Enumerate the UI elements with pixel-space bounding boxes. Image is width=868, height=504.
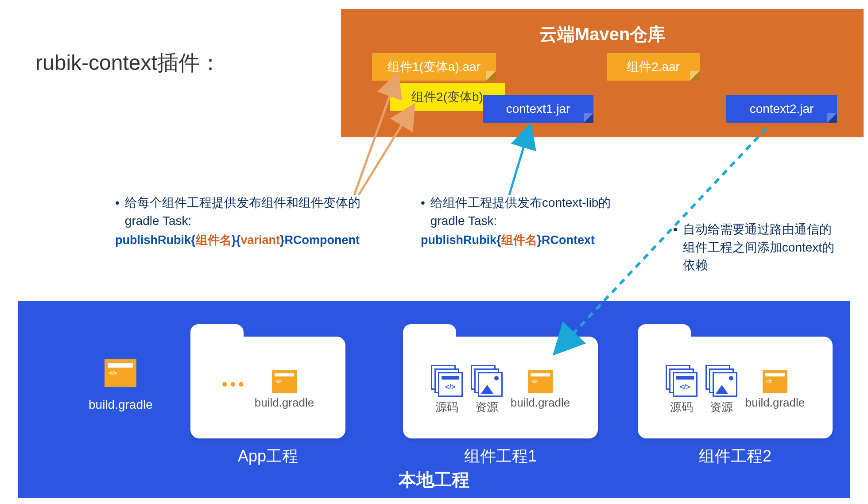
bullet-text: 给组件工程提供发布context-lib的gradle Task: <box>430 194 633 230</box>
bullet-publish-component: •给每个组件工程提供发布组件和组件变体的gradle Task: publish… <box>115 194 381 249</box>
note-label: 组件1(变体a).aar <box>388 58 480 75</box>
folder-title: 组件工程2 <box>638 446 833 467</box>
folder-component-project-2: </> 源码 资源 </> build.gradle <box>638 337 833 467</box>
note-comp2-aar: 组件2.aar <box>607 53 700 81</box>
local-project-title: 本地工程 <box>399 468 469 492</box>
code-glyph-icon: </> <box>109 370 116 376</box>
task-placeholder-variant: variant <box>241 233 280 247</box>
item-label: 源码 <box>435 399 458 415</box>
note-label: context1.jar <box>506 102 570 116</box>
gradle-file-icon: </> <box>105 359 136 387</box>
ellipsis-icon: ••• <box>222 370 247 394</box>
gradle-file-icon: </> <box>272 370 297 393</box>
source-item: </> 源码 <box>431 365 463 415</box>
folder-icon: </> 源码 资源 </> build.gradle <box>638 337 833 438</box>
file-label: build.gradle <box>255 396 314 410</box>
source-stack-icon: </> <box>666 365 698 397</box>
ellipsis-placeholder: ••• <box>222 370 247 410</box>
resource-stack-icon <box>471 365 503 397</box>
arrow-to-context1-jar <box>509 128 529 195</box>
maven-repo-title: 云端Maven仓库 <box>539 22 666 47</box>
bullet-dot-icon: • <box>421 194 425 230</box>
note-fold-icon <box>584 113 593 123</box>
resource-item: 资源 <box>471 365 503 415</box>
task-publish-component: publishRubik{组件名}{variant}RComponent <box>115 232 381 249</box>
source-stack-icon: </> <box>431 365 463 397</box>
task-placeholder-component: 组件名 <box>501 233 537 247</box>
item-label: 资源 <box>710 399 733 415</box>
task-segment: }{ <box>232 233 241 247</box>
build-gradle-item: </> build.gradle <box>255 370 314 410</box>
spacer <box>232 396 236 410</box>
note-context1-jar: context1.jar <box>483 95 593 123</box>
gradle-file-icon: </> <box>763 370 787 393</box>
bullet-dot-icon: • <box>115 194 120 230</box>
bullet-text: 给每个组件工程提供发布组件和组件变体的gradle Task: <box>125 194 381 230</box>
note-context2-jar: context2.jar <box>726 95 837 123</box>
note-label: 组件2(变体b) <box>411 89 483 105</box>
build-gradle-item: </> build.gradle <box>511 370 570 410</box>
bullet-auto-context-dep: •自动给需要通过路由通信的组件工程之间添加context的依赖 <box>673 221 841 275</box>
folder-tab-icon <box>403 324 456 337</box>
note-fold-icon <box>486 71 496 81</box>
code-glyph-icon: </> <box>766 379 772 384</box>
folder-title: App工程 <box>190 446 345 467</box>
bullet-text: 自动给需要通过路由通信的组件工程之间添加context的依赖 <box>683 221 841 275</box>
task-segment: }RContext <box>537 233 595 247</box>
item-label: 资源 <box>475 399 498 415</box>
gradle-file-icon: </> <box>528 370 553 393</box>
note-label: 组件2.aar <box>627 58 680 75</box>
bullet-dot-icon: • <box>673 221 678 275</box>
bullet-publish-context: •给组件工程提供发布context-lib的gradle Task: publi… <box>421 194 633 249</box>
folder-icon: ••• </> build.gradle <box>190 337 345 438</box>
source-item: </> 源码 <box>666 365 698 415</box>
task-segment: publishRubik{ <box>421 233 501 247</box>
task-publish-context: publishRubik{组件名}RContext <box>421 232 633 249</box>
page-title: rubik-context插件： <box>35 49 221 77</box>
task-placeholder-component: 组件名 <box>196 233 232 247</box>
folder-tab-icon <box>190 324 244 337</box>
file-label: build.gradle <box>89 398 153 412</box>
maven-repo-box: 云端Maven仓库 组件1(变体a).aar 组件2.aar 组件2(变体b) … <box>341 9 864 137</box>
file-label: build.gradle <box>511 396 570 410</box>
note-comp1-variant-a-aar: 组件1(变体a).aar <box>372 53 496 81</box>
build-gradle-item: </> build.gradle <box>745 370 805 410</box>
item-label: 源码 <box>670 399 693 415</box>
note-fold-icon <box>827 113 837 123</box>
folder-component-project-1: </> 源码 资源 </> build.gradle <box>403 337 598 467</box>
task-segment: publishRubik{ <box>115 233 196 247</box>
folder-tab-icon <box>638 324 691 337</box>
note-label: context2.jar <box>750 102 814 116</box>
folder-app-project: ••• </> build.gradle App工程 <box>190 337 345 467</box>
code-glyph-icon: </> <box>531 379 538 384</box>
local-project-box: 本地工程 </> build.gradle ••• </> build.grad… <box>18 301 850 498</box>
code-glyph-icon: </> <box>275 379 282 384</box>
task-segment: }RComponent <box>280 233 360 247</box>
note-fold-icon <box>690 71 700 81</box>
folder-icon: </> 源码 资源 </> build.gradle <box>403 337 598 438</box>
resource-item: 资源 <box>705 365 737 415</box>
root-build-gradle: </> build.gradle <box>89 359 153 412</box>
resource-stack-icon <box>705 365 737 397</box>
file-label: build.gradle <box>745 396 805 410</box>
folder-title: 组件工程1 <box>403 446 598 467</box>
